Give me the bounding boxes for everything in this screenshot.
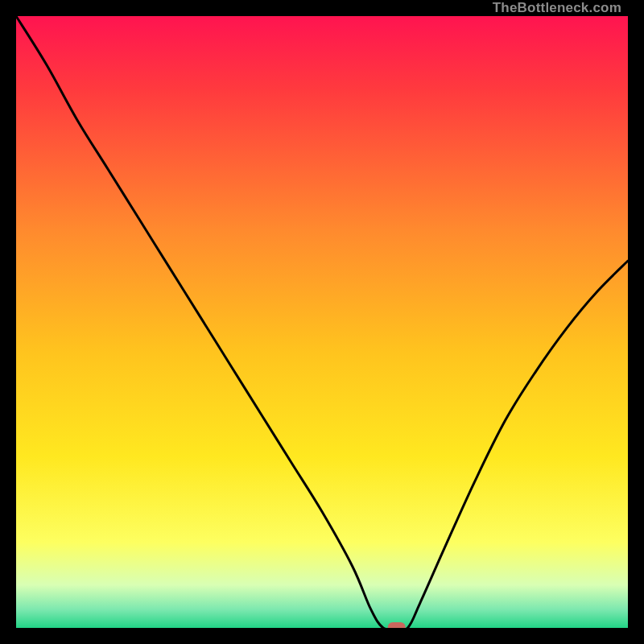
optimal-point-marker [388, 622, 406, 628]
bottleneck-curve-plot [16, 16, 628, 628]
gradient-background [16, 16, 628, 628]
watermark-text: TheBottleneck.com [493, 0, 621, 16]
chart-container: { "watermark": "TheBottleneck.com", "cha… [0, 0, 644, 644]
plot-frame [16, 16, 628, 628]
